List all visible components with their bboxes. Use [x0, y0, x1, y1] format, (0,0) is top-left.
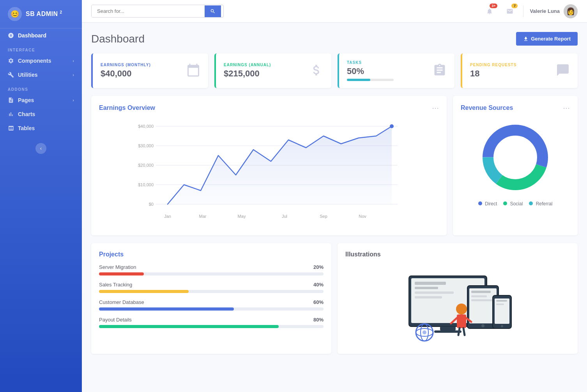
project-progress-track-3: [99, 325, 324, 328]
bell-icon: [486, 8, 493, 15]
svg-text:$0: $0: [149, 202, 154, 207]
generate-report-label: Generate Report: [531, 36, 571, 42]
svg-line-44: [458, 328, 460, 335]
svg-text:$40,000: $40,000: [138, 124, 154, 129]
svg-text:May: May: [238, 214, 246, 219]
stats-row: Earnings (Monthly) $40,000 Earnings (Ann…: [91, 53, 578, 88]
topbar-username: Valerie Luna: [530, 8, 560, 14]
sidebar-item-components[interactable]: Components ›: [0, 54, 82, 68]
tasks-value: 50%: [347, 66, 394, 76]
wrench-icon: [8, 72, 14, 78]
illustration-area: [345, 264, 570, 346]
legend-dot-social: [503, 201, 507, 205]
revenue-sources-title: Revenue Sources: [461, 104, 513, 111]
donut-chart-svg: [476, 118, 554, 196]
sidebar-components-label: Components: [18, 58, 51, 64]
sidebar-section-addons: Addons: [0, 82, 82, 93]
earnings-annual-label: Earnings (Annual): [224, 63, 271, 67]
stat-card-tasks: Tasks 50%: [338, 53, 454, 88]
svg-point-49: [423, 330, 426, 334]
legend-dot-referral: [529, 201, 533, 205]
earnings-overview-title: Earnings Overview: [99, 104, 155, 111]
revenue-menu-icon[interactable]: ⋯: [563, 104, 570, 112]
svg-rect-25: [415, 291, 454, 294]
earnings-annual-value: $215,000: [224, 69, 271, 79]
svg-rect-32: [471, 291, 491, 293]
svg-rect-26: [415, 296, 442, 298]
svg-point-20: [494, 136, 537, 179]
illustrations-title: Illustrations: [345, 251, 381, 258]
main-content: 3+ 7 Valerie Luna 👩 Dashboard Generate R…: [82, 0, 587, 392]
sidebar-dashboard-label: Dashboard: [18, 32, 46, 39]
project-progress-track-2: [99, 307, 324, 311]
earnings-line-chart: $40,000 $30,000 $20,000 $10,000 $0 Jan M…: [99, 118, 439, 228]
project-row-0: Server Migration 20%: [99, 264, 324, 275]
topbar-divider: [523, 5, 523, 17]
cog-icon: [8, 58, 14, 64]
project-row-1: Sales Tracking 40%: [99, 282, 324, 293]
project-row-2: Customer Database 60%: [99, 299, 324, 311]
page-title: Dashboard: [91, 33, 145, 45]
dollar-icon: [309, 63, 324, 77]
projects-title: Projects: [99, 251, 124, 258]
svg-text:$20,000: $20,000: [138, 163, 154, 168]
sidebar-item-dashboard[interactable]: Dashboard: [0, 28, 82, 42]
search-input[interactable]: [92, 5, 205, 17]
sidebar-item-pages[interactable]: Pages ›: [0, 93, 82, 107]
sidebar-pages-label: Pages: [18, 97, 34, 103]
svg-point-37: [501, 325, 503, 327]
project-progress-fill-0: [99, 272, 144, 275]
sidebar-toggle-button[interactable]: ‹: [35, 143, 46, 154]
stat-card-pending: Pending Requests 18: [461, 53, 578, 88]
sidebar-item-charts[interactable]: Charts: [0, 107, 82, 121]
sidebar-brand[interactable]: 😊 SB ADMIN 2: [0, 0, 82, 28]
svg-text:Jul: Jul: [282, 214, 287, 219]
svg-text:Sep: Sep: [320, 214, 327, 219]
project-progress-track-1: [99, 290, 324, 293]
legend-dot-direct: [478, 201, 482, 205]
project-progress-fill-1: [99, 290, 189, 293]
earnings-menu-icon[interactable]: ⋯: [432, 104, 439, 112]
project-progress-track-0: [99, 272, 324, 275]
notifications-badge: 3+: [490, 4, 497, 8]
sidebar-charts-label: Charts: [18, 111, 35, 117]
svg-rect-36: [495, 298, 509, 324]
svg-point-40: [456, 304, 467, 314]
topbar-user[interactable]: Valerie Luna 👩: [530, 4, 578, 18]
earnings-overview-card: Earnings Overview ⋯ $40,000 $30,000: [91, 96, 447, 235]
sidebar-item-tables[interactable]: Tables: [0, 121, 82, 135]
svg-text:$30,000: $30,000: [138, 143, 154, 148]
topbar: 3+ 7 Valerie Luna 👩: [82, 0, 587, 23]
projects-card: Projects Server Migration 20% Sales Trac…: [91, 243, 331, 354]
chevron-right-icon-3: ›: [72, 98, 74, 102]
stat-card-earnings-monthly: Earnings (Monthly) $40,000: [91, 53, 208, 88]
project-pct-2: 60%: [313, 299, 324, 305]
legend-direct: Direct: [478, 201, 497, 207]
project-name-1: Sales Tracking: [99, 282, 132, 288]
svg-rect-23: [415, 282, 446, 285]
sidebar-item-utilities[interactable]: Utilities ›: [0, 68, 82, 82]
legend-referral: Referral: [529, 201, 552, 207]
sidebar: 😊 SB ADMIN 2 Dashboard Interface Compone…: [0, 0, 82, 392]
topbar-right: 3+ 7 Valerie Luna 👩: [483, 4, 578, 18]
svg-text:Nov: Nov: [359, 214, 366, 219]
devices-illustration: [401, 268, 514, 342]
revenue-sources-card: Revenue Sources ⋯: [453, 96, 578, 235]
svg-rect-41: [457, 314, 466, 328]
svg-rect-34: [471, 299, 493, 301]
chevron-right-icon: ›: [72, 58, 74, 63]
table-icon: [8, 125, 14, 131]
svg-rect-27: [440, 327, 456, 330]
messages-button[interactable]: 7: [503, 4, 517, 18]
charts-row: Earnings Overview ⋯ $40,000 $30,000: [91, 96, 578, 235]
project-name-3: Payout Details: [99, 317, 132, 323]
line-chart-svg: $40,000 $30,000 $20,000 $10,000 $0 Jan M…: [99, 118, 439, 228]
messages-badge: 7: [511, 4, 518, 8]
chart-bar-icon: [8, 111, 14, 117]
calendar-icon: [186, 63, 200, 77]
search-button[interactable]: [205, 5, 221, 17]
generate-report-button[interactable]: Generate Report: [516, 32, 578, 46]
brand-icon: 😊: [8, 7, 22, 21]
notifications-button[interactable]: 3+: [483, 4, 497, 18]
file-icon: [8, 97, 14, 103]
